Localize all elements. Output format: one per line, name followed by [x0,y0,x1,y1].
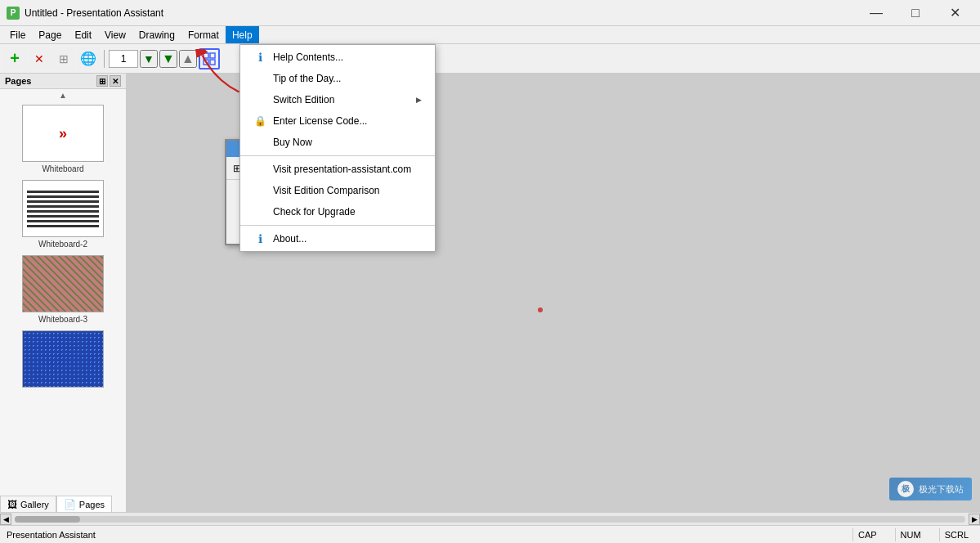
maximize-button[interactable]: □ [897,0,934,26]
globe-button[interactable]: 🌐 [77,47,100,70]
separator-1 [104,50,105,68]
page-thumbnail-1[interactable]: » Whiteboard [22,105,104,173]
sidebar-header: Pages ⊞ ✕ [0,74,126,89]
menu-switch-edition[interactable]: Switch Edition ▶ [240,89,435,110]
menu-file[interactable]: File [3,26,32,43]
help-circle-icon: ℹ [253,51,266,64]
sidebar-pin-btn[interactable]: ⊞ [96,75,108,87]
minimize-button[interactable]: — [857,0,895,26]
menu-visit-site[interactable]: Visit presentation-assistant.com [240,159,435,180]
sidebar-scroll-up[interactable]: ▲ [0,89,126,101]
h-scrollbar-area: ◀ ▶ [0,512,980,525]
menu-enter-license[interactable]: 🔒 Enter License Code... [240,110,435,132]
tab-pages[interactable]: 📄 Pages [56,496,112,512]
tab-gallery[interactable]: 🖼 Gallery [0,496,56,512]
menu-visit-comparison[interactable]: Visit Edition Comparison [240,180,435,201]
switch-edition-label: Switch Edition [273,94,409,105]
tip-spacer [253,72,266,85]
svg-rect-1 [210,53,215,58]
sidebar-close-btn[interactable]: ✕ [110,75,121,87]
separator-2 [240,225,435,226]
upgrade-spacer [253,205,266,218]
pages-icon: 📄 [64,499,76,510]
switch-spacer [253,93,266,106]
status-bar: Presentation Assistant CAP NUM SCRL [0,525,980,543]
status-scrl: SCRL [939,528,973,541]
delete-button[interactable]: ✕ [28,47,51,70]
page-thumbnail-3[interactable]: Whiteboard-3 [22,255,104,324]
menu-bar: File Page Edit View Drawing Format Help [0,26,980,44]
thumb-img-1: » [22,105,104,162]
menu-buy-now[interactable]: Buy Now [240,132,435,153]
menu-page[interactable]: Page [32,26,68,43]
bottom-tabs: 🖼 Gallery 📄 Pages [0,497,112,512]
menu-help-contents[interactable]: ℹ Help Contents... [240,47,435,68]
thumb-label-1: Whiteboard [42,164,83,173]
about-info-icon: ℹ [253,232,266,245]
about-label: About... [273,233,422,245]
buy-spacer [253,136,266,149]
enter-license-label: Enter License Code... [273,115,422,127]
visit-comparison-label: Visit Edition Comparison [273,185,422,196]
title-bar: P Untitled - Presentation Assistant — □ … [0,0,980,26]
sidebar: Pages ⊞ ✕ ▲ » Whiteboard [0,74,127,525]
grid-button[interactable]: ⊞ [52,47,75,70]
watermark-text: 极光下载站 [919,483,964,496]
main-layout: Pages ⊞ ✕ ▲ » Whiteboard [0,74,980,525]
window-controls: — □ ✕ [857,0,973,26]
sidebar-title: Pages [5,76,31,86]
menu-check-upgrade[interactable]: Check for Upgrade [240,201,435,222]
menu-edit[interactable]: Edit [68,26,98,43]
toolbar: + ✕ ⊞ 🌐 ▼ ▼ ▲ [0,44,980,74]
svg-rect-0 [204,53,208,58]
tab-pages-label: Pages [79,500,105,509]
comparison-spacer [253,184,266,197]
dot-marker [538,307,543,312]
page-thumbnail-2[interactable]: Whiteboard-2 [22,180,104,249]
help-dropdown-menu: ℹ Help Contents... Tip of the Day... Swi… [239,44,436,252]
page-up-btn[interactable]: ▲ [179,50,197,68]
close-button[interactable]: ✕ [936,0,973,26]
help-contents-label: Help Contents... [273,52,422,63]
watermark: 极 极光下载站 [889,478,972,500]
svg-rect-3 [210,60,215,65]
page-down-btn[interactable]: ▼ [159,50,177,68]
thumb-label-2: Whiteboard-2 [38,240,87,249]
thumb-img-3 [22,255,104,312]
scroll-left-btn[interactable]: ◀ [0,514,11,525]
tab-gallery-label: Gallery [20,500,49,509]
menu-tip-of-day[interactable]: Tip of the Day... [240,68,435,89]
visit-spacer [253,163,266,176]
window-title: Untitled - Presentation Assistant [25,7,857,19]
h-scroll-track [15,516,965,523]
menu-view[interactable]: View [98,26,132,43]
check-upgrade-label: Check for Upgrade [273,206,422,218]
watermark-icon: 极 [897,481,914,497]
page-thumbnail-4[interactable] [22,330,104,390]
thumb-img-2 [22,180,104,237]
grid-layout-btn[interactable] [199,48,220,70]
menu-format[interactable]: Format [181,26,226,43]
app-icon: P [7,7,20,20]
menu-about[interactable]: ℹ About... [240,228,435,249]
buy-now-label: Buy Now [273,137,422,148]
menu-help[interactable]: Help [226,26,259,43]
separator-1 [240,155,435,156]
svg-rect-2 [204,60,208,65]
h-scroll-thumb[interactable] [15,516,80,523]
status-num: NUM [895,528,926,541]
gallery-icon: 🖼 [7,499,17,510]
add-button[interactable]: + [3,47,26,70]
sidebar-pages: » Whiteboard Whiteboard-2 [0,101,126,513]
scroll-right-btn[interactable]: ▶ [969,514,980,525]
page-number-input[interactable] [109,50,138,68]
page-dropdown-btn[interactable]: ▼ [140,50,158,68]
visit-site-label: Visit presentation-assistant.com [273,164,422,175]
menu-drawing[interactable]: Drawing [132,26,181,43]
status-right: CAP NUM SCRL [852,528,973,541]
watermark-logo: 极 极光下载站 [889,478,972,500]
status-left-text: Presentation Assistant [7,530,96,540]
sidebar-header-buttons: ⊞ ✕ [96,75,121,87]
tip-of-day-label: Tip of the Day... [273,73,422,84]
lock-icon: 🔒 [253,114,266,128]
